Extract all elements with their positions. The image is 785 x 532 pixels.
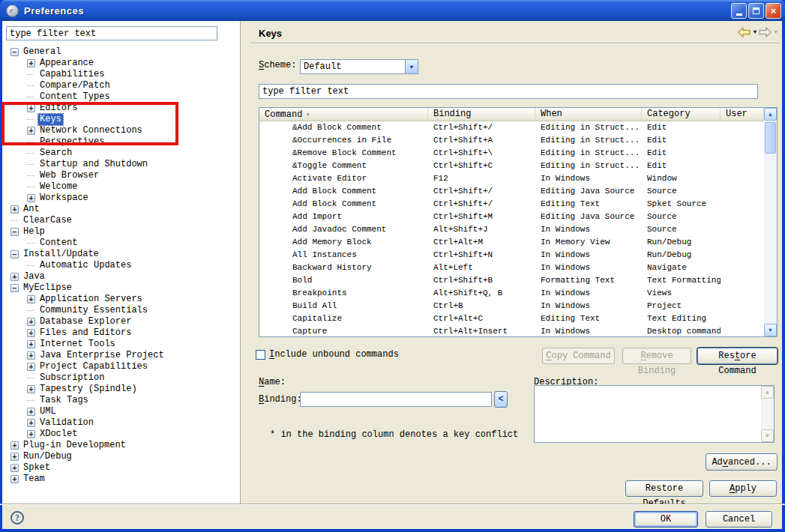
table-row[interactable]: CapitalizeCtrl+Alt+CEditing TextText Edi… [259,312,764,325]
column-header-category[interactable]: Category [642,108,721,121]
scroll-up-icon[interactable]: ▲ [764,108,777,121]
command-filter-input[interactable] [259,84,758,99]
table-row[interactable]: Add Javadoc CommentAlt+Shift+JIn Windows… [259,223,764,236]
scroll-up-icon[interactable]: ▲ [761,386,774,399]
table-row[interactable]: BreakpointsAlt+Shift+Q, BIn WindowsViews [259,287,764,300]
tree-item[interactable]: +Java [2,271,238,282]
tree-item[interactable]: +Spket [2,462,238,474]
tree-item[interactable]: +XDoclet [2,429,238,440]
tree-item[interactable]: +Plug-in Development [2,440,238,451]
table-row[interactable]: Add Block CommentCtrl+Shift+/Editing Tex… [259,198,764,211]
tree-item[interactable]: +Application Servers [2,294,238,305]
binding-input[interactable] [300,392,492,407]
tree-item[interactable]: Search [2,148,238,159]
table-row[interactable]: Add ImportCtrl+Shift+MEditing Java Sourc… [259,211,764,223]
tree-item[interactable]: +Workspace [2,193,238,204]
tree-item[interactable]: Automatic Updates [2,260,238,271]
table-row[interactable]: &Toggle CommentCtrl+Shift+CEditing in St… [259,160,764,172]
collapse-icon[interactable]: − [10,250,19,259]
tree-item[interactable]: ClearCase [2,215,238,226]
help-icon[interactable]: ? [10,511,24,525]
back-icon[interactable] [738,27,751,37]
tree-item[interactable]: +Run/Debug [2,451,238,462]
expand-icon[interactable]: + [10,453,19,461]
tree-item[interactable]: +Files and Editors [2,327,238,339]
expand-icon[interactable]: + [27,295,35,303]
restore-defaults-button[interactable]: Restore Defaults [625,480,703,497]
tree-item[interactable]: +Tapestry (Spindle) [2,384,238,395]
column-header-user[interactable]: User [721,108,764,121]
tree-item[interactable]: −MyEclipse [2,282,238,294]
tree-item[interactable]: +Team [2,474,238,485]
tree-item[interactable]: Content Types [2,91,238,103]
expand-icon[interactable]: + [27,340,35,348]
column-header-command[interactable]: Command▲ [259,108,428,121]
tree-item[interactable]: Compare/Patch [2,80,238,91]
include-unbound-checkbox[interactable] [256,350,265,360]
remove-binding-button[interactable]: Remove Binding [622,348,691,364]
scheme-select[interactable]: Default ▼ [300,59,418,74]
table-row[interactable]: Add Memory BlockCtrl+Alt+MIn Memory View… [259,236,764,249]
expand-icon[interactable]: + [27,351,35,360]
ok-button[interactable]: OK [634,511,698,528]
column-header-binding[interactable]: Binding [428,108,535,121]
tree-item[interactable]: +Project Capabilities [2,361,238,372]
table-scrollbar[interactable]: ▲ ▼ [764,108,777,336]
include-unbound-label[interactable]: Include unbound commands [269,349,399,360]
expand-icon[interactable]: + [27,363,35,371]
tree-item[interactable]: +Network Connections [2,125,238,136]
expand-icon[interactable]: + [10,464,19,472]
tree-item[interactable]: Task Tags [2,395,238,406]
copy-command-button[interactable]: Copy Command [542,348,615,364]
cancel-button[interactable]: Cancel [706,511,772,528]
advanced-button[interactable]: Advanced... [706,453,778,471]
tree-item[interactable]: Startup and Shutdown [2,159,238,170]
scroll-down-icon[interactable]: ▼ [764,324,777,336]
tree-item[interactable]: −Help [2,226,238,238]
tree-item[interactable]: Capabilities [2,69,238,80]
tree-item[interactable]: Keys [2,114,238,125]
tree-item[interactable]: Perspectives [2,136,238,148]
tree-item[interactable]: +Internet Tools [2,339,238,350]
expand-icon[interactable]: + [10,273,19,281]
close-button[interactable]: × [766,3,781,19]
expand-icon[interactable]: + [27,430,35,438]
expand-icon[interactable]: + [10,475,19,483]
scroll-down-icon[interactable]: ▼ [761,429,774,442]
tree-item[interactable]: +Database Explorer [2,316,238,327]
binding-backspace-button[interactable]: < [494,391,508,408]
table-row[interactable]: CaptureCtrl+Alt+InsertIn WindowsDesktop … [259,325,764,336]
collapse-icon[interactable]: − [10,284,19,292]
expand-icon[interactable]: + [27,329,35,337]
tree-item[interactable]: −General [2,46,238,58]
maximize-button[interactable] [748,3,764,19]
expand-icon[interactable]: + [27,104,35,112]
tree-item[interactable]: +UML [2,406,238,417]
scrollbar-thumb[interactable] [765,122,776,154]
table-row[interactable]: Add Block CommentCtrl+Shift+/Editing Jav… [259,185,764,198]
tree-item[interactable]: Welcome [2,181,238,193]
table-row[interactable]: Activate EditorF12In WindowsWindow [259,172,764,185]
tree-item[interactable]: Subscription [2,372,238,384]
tree-item[interactable]: Web Browser [2,170,238,181]
tree-item[interactable]: +Editors [2,103,238,114]
table-row[interactable]: &Occurrences in FileCtrl+Shift+AEditing … [259,134,764,147]
restore-command-button[interactable]: Restore Command [697,348,778,364]
table-row[interactable]: Build AllCtrl+BIn WindowsProject [259,300,764,312]
expand-icon[interactable]: + [27,194,35,202]
apply-button[interactable]: Apply [709,480,777,497]
tree-item[interactable]: −Install/Update [2,249,238,260]
description-scrollbar[interactable]: ▲ ▼ [761,386,774,442]
table-row[interactable]: &Add Block CommentCtrl+Shift+/Editing in… [259,121,764,134]
tree-item[interactable]: Community Essentials [2,305,238,316]
expand-icon[interactable]: + [27,127,35,135]
back-menu-caret-icon[interactable]: ▼ [753,29,757,35]
tree-item[interactable]: +Appearance [2,58,238,69]
expand-icon[interactable]: + [10,205,19,214]
description-box[interactable]: ▲ ▼ [534,385,775,443]
tree-filter-input[interactable] [6,26,217,40]
table-row[interactable]: BoldCtrl+Shift+BFormatting TextText Form… [259,274,764,287]
expand-icon[interactable]: + [27,385,35,393]
chevron-down-icon[interactable]: ▼ [405,60,418,73]
expand-icon[interactable]: + [10,441,19,450]
